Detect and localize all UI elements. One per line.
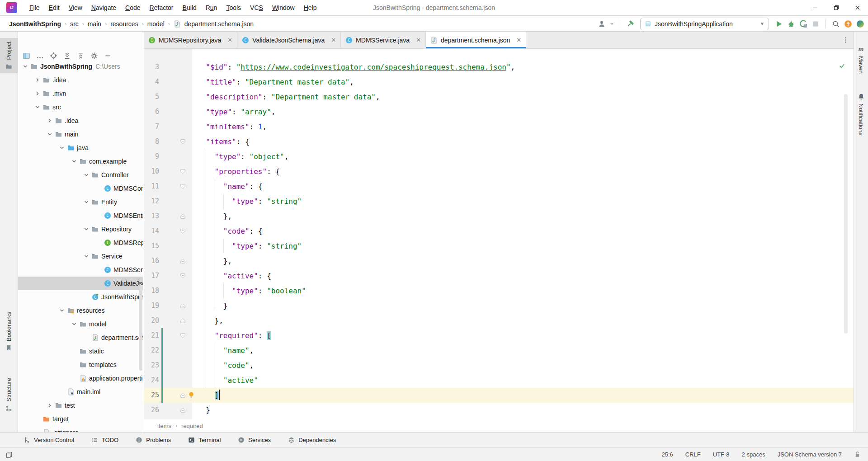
- tab-close-icon[interactable]: ✕: [416, 37, 421, 43]
- tree-item-Controller[interactable]: Controller: [18, 168, 143, 182]
- breadcrumb-item[interactable]: JsonBwithSpring: [9, 20, 61, 28]
- background-tasks-icon[interactable]: [5, 451, 13, 458]
- tree-item-templates[interactable]: templates: [18, 358, 143, 372]
- collapse-all-icon[interactable]: [77, 52, 85, 60]
- menu-item-navigate[interactable]: Navigate: [87, 2, 121, 13]
- tab-options-icon[interactable]: [842, 37, 849, 43]
- tree-item-.mvn[interactable]: .mvn: [18, 87, 143, 100]
- fold-down-icon[interactable]: [180, 333, 186, 339]
- gradient-sphere-icon[interactable]: [856, 20, 864, 28]
- tab-MDMSRepository.java[interactable]: IMDMSRepository.java✕: [144, 32, 237, 48]
- stripe-item-project[interactable]: Project: [0, 38, 18, 73]
- tree-item-application.properties[interactable]: application.properties: [18, 372, 143, 385]
- expand-all-icon[interactable]: [63, 52, 71, 60]
- chevron-right-icon[interactable]: [34, 90, 42, 97]
- fold-up-icon[interactable]: [180, 318, 186, 324]
- stop-button[interactable]: [811, 20, 820, 28]
- tree-item-target[interactable]: target: [18, 412, 143, 426]
- hide-icon[interactable]: [104, 52, 112, 60]
- breadcrumb-item[interactable]: src: [70, 20, 79, 28]
- fold-up-icon[interactable]: [180, 407, 186, 413]
- restore-button[interactable]: [826, 0, 847, 15]
- menu-item-refactor[interactable]: Refactor: [145, 2, 178, 13]
- tree-item-MDMSService[interactable]: CMDMSService: [18, 263, 143, 277]
- tab-close-icon[interactable]: ✕: [516, 37, 521, 43]
- run-with-coverage-button[interactable]: [799, 20, 807, 28]
- fold-up-icon[interactable]: [180, 392, 186, 398]
- chevron-down-icon[interactable]: [83, 226, 90, 233]
- menu-item-file[interactable]: File: [25, 2, 44, 13]
- status-schema[interactable]: JSON Schema version 7: [778, 451, 842, 458]
- editor-scrollbar[interactable]: [844, 94, 848, 334]
- tree-item-ValidateJsonSchema[interactable]: CValidateJsonSchema: [18, 277, 143, 290]
- tree-item-com.example[interactable]: com.example: [18, 155, 143, 168]
- tab-MDMSService.java[interactable]: CMDMSService.java✕: [341, 32, 426, 48]
- tab-close-icon[interactable]: ✕: [331, 37, 336, 43]
- chevron-down-icon[interactable]: [22, 63, 29, 70]
- fold-up-icon[interactable]: [180, 303, 186, 309]
- inspections-ok-icon[interactable]: [839, 62, 845, 69]
- update-available-icon[interactable]: [844, 20, 852, 28]
- tree-item-Entity[interactable]: Entity: [18, 195, 143, 209]
- build-hammer-icon[interactable]: [626, 20, 634, 28]
- gear-icon[interactable]: [90, 52, 98, 60]
- editor-breadcrumb-item[interactable]: items: [157, 423, 171, 429]
- tree-item-MDMSRepository[interactable]: IMDMSRepository: [18, 236, 143, 249]
- tree-item-MDMSEntity[interactable]: CMDMSEntity: [18, 209, 143, 222]
- close-button[interactable]: [847, 0, 868, 15]
- tool-button-services[interactable]: Services: [238, 437, 271, 443]
- menu-item-run[interactable]: Run: [201, 2, 222, 13]
- chevron-right-icon[interactable]: [46, 402, 54, 409]
- tree-item-test[interactable]: test: [18, 399, 143, 412]
- tool-button-terminal[interactable]: Terminal: [188, 437, 221, 443]
- chevron-down-icon[interactable]: [83, 171, 90, 179]
- tool-button-todo[interactable]: TODO: [91, 437, 118, 443]
- tree-item-Service[interactable]: Service: [18, 249, 143, 263]
- search-everywhere-icon[interactable]: [832, 20, 840, 28]
- fold-up-icon[interactable]: [180, 213, 186, 219]
- run-configuration-select[interactable]: JsonBwithSpringApplication ▼: [640, 18, 769, 30]
- fold-up-icon[interactable]: [180, 258, 186, 264]
- intention-bulb-icon[interactable]: [188, 391, 195, 399]
- chevron-down-icon[interactable]: [83, 198, 90, 206]
- tree-item-Repository[interactable]: Repository: [18, 222, 143, 236]
- status-caret-position[interactable]: 25:6: [662, 451, 673, 458]
- code-editor[interactable]: 3 "$id": "https://www.codeinvestigator.c…: [144, 49, 854, 419]
- tab-close-icon[interactable]: ✕: [227, 37, 232, 43]
- menu-item-edit[interactable]: Edit: [44, 2, 64, 13]
- tree-item-JsonBwithSpringApplication[interactable]: CJsonBwithSpringApplication: [18, 290, 143, 304]
- tree-item-MDMSController[interactable]: CMDMSController: [18, 182, 143, 195]
- breadcrumb-item[interactable]: department.schema.json: [184, 20, 254, 28]
- tree-item-main[interactable]: main: [18, 127, 143, 141]
- tool-button-problems[interactable]: Problems: [136, 437, 171, 443]
- locate-icon[interactable]: [50, 52, 57, 60]
- panel-view-icon[interactable]: [23, 52, 30, 60]
- menu-item-vcs[interactable]: VCS: [245, 2, 268, 13]
- fold-down-icon[interactable]: [180, 169, 186, 174]
- chevron-down-icon[interactable]: [83, 253, 90, 260]
- tree-item-java[interactable]: java: [18, 141, 143, 155]
- breadcrumb-item[interactable]: model: [147, 20, 165, 28]
- stripe-item-structure[interactable]: Structure: [0, 374, 18, 415]
- run-button[interactable]: [775, 20, 783, 28]
- tab-department.schema.json[interactable]: {department.schema.json✕: [426, 32, 526, 48]
- chevron-right-icon[interactable]: [34, 76, 42, 84]
- tree-item-static[interactable]: static: [18, 344, 143, 358]
- tree-item-.gitignore[interactable]: .gitignore: [18, 426, 143, 432]
- tree-item-resources[interactable]: resources: [18, 304, 143, 317]
- fold-down-icon[interactable]: [180, 273, 186, 279]
- menu-item-window[interactable]: Window: [268, 2, 299, 13]
- project-scrollbar[interactable]: [139, 285, 142, 371]
- tree-item-.idea[interactable]: .idea: [18, 73, 143, 87]
- unlocked-icon[interactable]: [854, 451, 861, 458]
- chevron-down-icon[interactable]: [71, 320, 78, 328]
- fold-down-icon[interactable]: [180, 228, 186, 234]
- menu-item-code[interactable]: Code: [121, 2, 145, 13]
- breadcrumb-item[interactable]: resources: [110, 20, 138, 28]
- chevron-down-icon[interactable]: [58, 144, 66, 151]
- chevron-down-icon[interactable]: [58, 307, 66, 314]
- tree-item-.idea[interactable]: .idea: [18, 114, 143, 127]
- menu-item-help[interactable]: Help: [299, 2, 321, 13]
- tab-ValidateJsonSchema.java[interactable]: CValidateJsonSchema.java✕: [237, 32, 341, 48]
- chevron-down-icon[interactable]: [34, 103, 42, 111]
